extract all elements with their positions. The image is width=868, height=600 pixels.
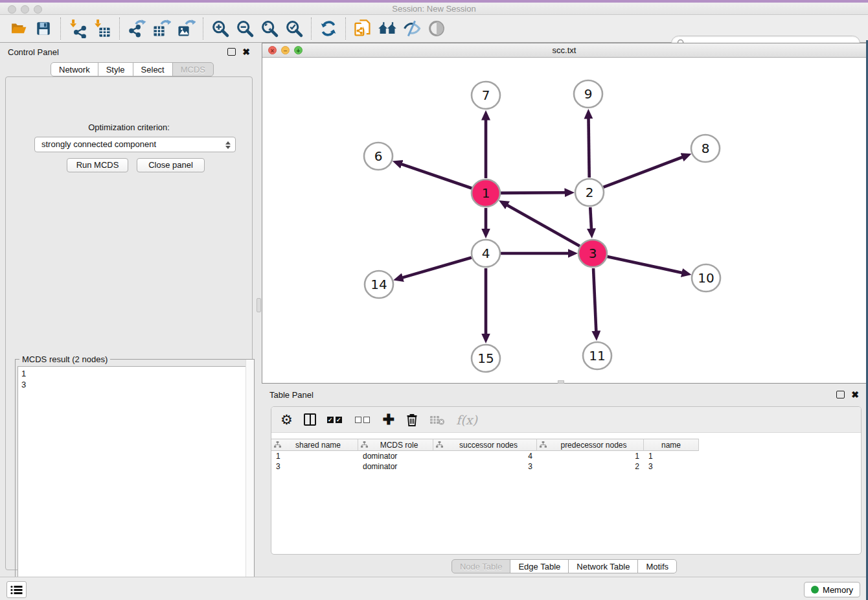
app-titlebar: Session: New Session [0,3,868,15]
minimize-window-icon[interactable] [21,5,29,14]
optimization-criterion-label: Optimization criterion: [6,122,252,132]
table-cell[interactable]: dominator [358,461,433,472]
canvas-splitter-handle[interactable] [558,380,564,384]
deselect-all-checkboxes-icon[interactable] [355,412,372,428]
table-cell[interactable]: 3 [644,461,699,472]
table-cell[interactable]: 2 [537,461,644,472]
zoom-out-icon[interactable] [233,17,257,40]
toolbar-separator [119,17,120,40]
node-label-2: 2 [586,185,594,200]
edge-1-2[interactable] [501,192,565,193]
minimize-view-icon[interactable]: – [281,46,290,54]
float-table-panel-icon[interactable] [836,391,845,398]
table-row[interactable]: 3dominator323 [271,461,861,472]
tab-edge-table[interactable]: Edge Table [510,559,569,573]
column-header-shared-name[interactable]: shared name [271,439,358,451]
function-builder-icon-disabled: f(x) [456,412,477,428]
show-disabled-icon[interactable] [424,17,449,40]
delete-column-icon[interactable] [405,412,418,428]
zoom-selected-icon[interactable] [282,17,306,40]
new-network-from-selection-icon[interactable] [350,17,375,40]
export-network-icon[interactable] [124,17,149,40]
tab-style[interactable]: Style [98,62,133,76]
table-cell[interactable]: 3 [433,461,537,472]
column-header-MCDS-role[interactable]: MCDS role [358,439,433,451]
node-table-container: ⚙ ✓✓ ✚ f(x) shared nameMCDS rolesuccesso… [271,406,862,555]
task-history-button[interactable] [6,581,27,598]
node-label-3: 3 [589,246,597,261]
tab-network[interactable]: Network [51,62,98,76]
select-all-checkboxes-icon[interactable]: ✓✓ [327,412,344,428]
mcds-result-group: MCDS result (2 nodes) 1 3 [15,359,255,600]
criterion-value: strongly connected component [41,139,156,149]
close-panel-button[interactable]: Close panel [137,158,205,172]
export-image-icon[interactable] [174,17,198,40]
refresh-layout-icon[interactable] [316,17,341,40]
tab-select[interactable]: Select [133,62,173,76]
table-toolbar: ⚙ ✓✓ ✚ f(x) [271,407,861,433]
toolbar-separator [311,17,312,40]
close-window-icon[interactable] [8,5,16,14]
result-scrollbar[interactable] [246,360,254,599]
home-icon[interactable] [375,17,400,40]
node-label-6: 6 [374,148,383,164]
table-cell[interactable]: dominator [358,451,433,461]
attribute-tree-icon [274,441,281,448]
edge-3-1[interactable] [507,205,580,246]
list-icon [10,585,23,595]
tab-node-table[interactable]: Node Table [451,559,511,573]
show-column-icon[interactable] [304,412,316,428]
control-panel-tabs: NetworkStyleSelectMCDS [51,62,214,76]
tab-mcds[interactable]: MCDS [172,62,214,76]
zoom-window-icon[interactable] [34,5,42,14]
panel-splitter-handle[interactable] [257,298,261,312]
column-header-successor-nodes[interactable]: successor nodes [433,439,537,451]
import-table-icon[interactable] [90,17,115,40]
attribute-tree-icon [361,441,368,448]
edge-3-11[interactable] [593,268,596,331]
memory-label: Memory [823,585,853,595]
criterion-select[interactable]: strongly connected component [34,137,236,152]
edge-4-14[interactable] [402,257,471,277]
select-stepper-icon [224,139,231,150]
hide-selected-icon[interactable] [400,17,424,40]
table-cell[interactable]: 4 [433,451,537,461]
table-options-gear-icon[interactable]: ⚙ [280,412,293,428]
network-graph-canvas[interactable]: 7968124314101511 [262,58,866,383]
zoom-in-icon[interactable] [208,17,233,40]
close-view-icon[interactable]: × [268,46,277,54]
table-cell[interactable]: 3 [271,461,358,472]
table-cell[interactable]: 1 [537,451,644,461]
edge-2-8[interactable] [604,157,683,187]
table-cell[interactable]: 1 [644,451,699,461]
maximize-view-icon[interactable]: + [294,46,303,54]
edge-1-6[interactable] [402,164,472,188]
tab-network-table[interactable]: Network Table [568,559,638,573]
save-icon[interactable] [31,17,56,40]
memory-button[interactable]: Memory [804,582,860,597]
network-window-titlebar[interactable]: × – + scc.txt [262,43,866,58]
close-table-panel-icon[interactable]: ✖ [851,391,859,398]
edge-2-9[interactable] [589,119,589,178]
edge-2-3[interactable] [590,207,591,229]
table-cell[interactable]: 1 [271,451,358,461]
table-row[interactable]: 1dominator411 [271,451,861,461]
export-table-icon[interactable] [149,17,174,40]
edge-3-10[interactable] [607,257,681,273]
float-panel-icon[interactable] [227,48,236,56]
mcds-result-text[interactable]: 1 3 [17,366,252,597]
zoom-fit-icon[interactable] [257,17,282,40]
tab-motifs[interactable]: Motifs [637,559,677,573]
toolbar-separator [60,17,61,40]
run-mcds-button[interactable]: Run MCDS [67,158,128,172]
column-header-predecessor-nodes[interactable]: predecessor nodes [537,439,644,451]
mcds-result-title: MCDS result (2 nodes) [19,354,110,364]
import-network-icon[interactable] [65,17,90,40]
table-panel: Table Panel ✖ ⚙ ✓✓ ✚ f(x) shared nameMCD… [262,386,867,577]
add-column-icon[interactable]: ✚ [383,412,394,428]
node-label-15: 15 [477,351,494,366]
control-panel-title: Control Panel [8,47,59,57]
close-panel-icon[interactable]: ✖ [242,48,250,56]
open-folder-icon[interactable] [6,17,31,40]
column-header-name[interactable]: name [644,439,699,451]
